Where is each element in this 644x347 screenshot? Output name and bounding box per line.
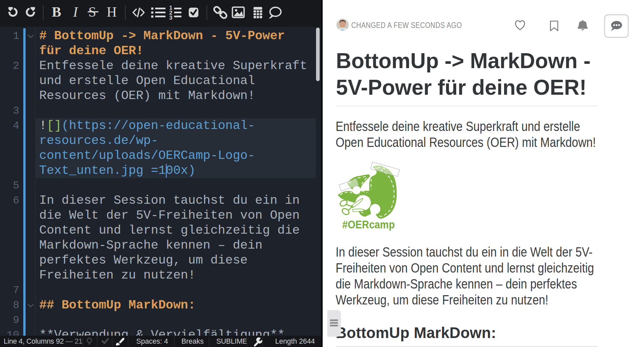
svg-text:#OERcamp: #OERcamp — [342, 218, 395, 231]
svg-text:3: 3 — [169, 15, 172, 21]
